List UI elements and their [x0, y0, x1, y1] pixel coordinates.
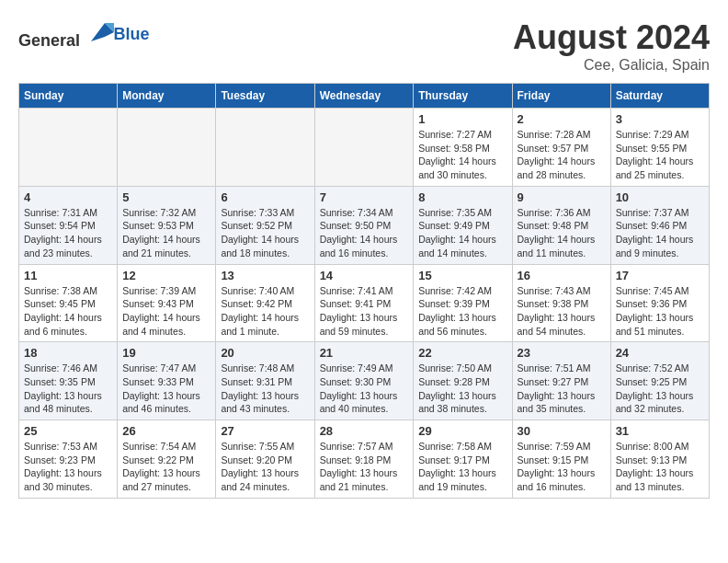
calendar-cell: 5Sunrise: 7:32 AM Sunset: 9:53 PM Daylig… [118, 186, 216, 264]
day-info: Sunrise: 7:37 AM Sunset: 9:46 PM Dayligh… [616, 206, 704, 260]
day-info: Sunrise: 7:39 AM Sunset: 9:43 PM Dayligh… [122, 284, 210, 339]
day-info: Sunrise: 7:32 AM Sunset: 9:53 PM Dayligh… [122, 206, 210, 260]
day-info: Sunrise: 7:36 AM Sunset: 9:48 PM Dayligh… [518, 206, 606, 260]
day-header-sunday: Sunday [19, 84, 118, 109]
calendar-cell: 13Sunrise: 7:40 AM Sunset: 9:42 PM Dayli… [216, 264, 314, 342]
calendar-cell: 23Sunrise: 7:51 AM Sunset: 9:27 PM Dayli… [512, 342, 610, 420]
day-number: 25 [24, 424, 112, 438]
calendar-cell: 31Sunrise: 8:00 AM Sunset: 9:13 PM Dayli… [610, 420, 709, 499]
calendar-cell: 3Sunrise: 7:29 AM Sunset: 9:55 PM Daylig… [610, 109, 709, 187]
calendar-cell: 11Sunrise: 7:38 AM Sunset: 9:45 PM Dayli… [19, 264, 118, 342]
day-number: 16 [518, 269, 606, 282]
day-info: Sunrise: 7:38 AM Sunset: 9:45 PM Dayligh… [24, 284, 112, 339]
day-number: 8 [418, 190, 506, 204]
day-info: Sunrise: 7:27 AM Sunset: 9:58 PM Dayligh… [418, 128, 506, 182]
calendar-cell: 7Sunrise: 7:34 AM Sunset: 9:50 PM Daylig… [314, 186, 414, 264]
day-info: Sunrise: 7:34 AM Sunset: 9:50 PM Dayligh… [320, 206, 409, 260]
calendar-cell: 14Sunrise: 7:41 AM Sunset: 9:41 PM Dayli… [314, 264, 414, 342]
calendar-cell [19, 109, 118, 187]
calendar-cell: 8Sunrise: 7:35 AM Sunset: 9:49 PM Daylig… [414, 186, 512, 264]
day-number: 19 [122, 346, 210, 360]
logo-icon [86, 18, 114, 46]
day-number: 15 [418, 269, 506, 282]
calendar-cell: 6Sunrise: 7:33 AM Sunset: 9:52 PM Daylig… [216, 186, 314, 264]
day-number: 3 [616, 112, 704, 126]
logo-general-text: General [18, 31, 80, 50]
calendar-cell: 10Sunrise: 7:37 AM Sunset: 9:46 PM Dayli… [610, 186, 709, 264]
day-info: Sunrise: 7:40 AM Sunset: 9:42 PM Dayligh… [221, 284, 309, 339]
day-number: 1 [418, 112, 506, 126]
day-info: Sunrise: 7:33 AM Sunset: 9:52 PM Dayligh… [221, 206, 309, 260]
day-info: Sunrise: 7:53 AM Sunset: 9:23 PM Dayligh… [24, 440, 112, 494]
day-number: 7 [320, 190, 409, 204]
day-info: Sunrise: 7:54 AM Sunset: 9:22 PM Dayligh… [122, 440, 210, 494]
calendar-cell: 27Sunrise: 7:55 AM Sunset: 9:20 PM Dayli… [216, 420, 314, 499]
day-number: 30 [518, 424, 606, 438]
calendar-cell: 22Sunrise: 7:50 AM Sunset: 9:28 PM Dayli… [414, 342, 512, 420]
calendar-cell: 17Sunrise: 7:45 AM Sunset: 9:36 PM Dayli… [610, 264, 709, 342]
day-number: 22 [418, 346, 506, 360]
logo-blue-text: Blue [114, 25, 150, 43]
day-number: 14 [320, 269, 409, 282]
day-number: 13 [221, 269, 309, 282]
day-number: 10 [616, 190, 704, 204]
day-info: Sunrise: 7:28 AM Sunset: 9:57 PM Dayligh… [518, 128, 606, 182]
calendar-cell: 4Sunrise: 7:31 AM Sunset: 9:54 PM Daylig… [19, 186, 118, 264]
title-block: August 2024 Cee, Galicia, Spain [513, 18, 710, 74]
day-info: Sunrise: 7:49 AM Sunset: 9:30 PM Dayligh… [320, 362, 409, 416]
logo: General Blue [18, 18, 150, 51]
calendar-cell [118, 109, 216, 187]
calendar-cell: 19Sunrise: 7:47 AM Sunset: 9:33 PM Dayli… [118, 342, 216, 420]
calendar-header-row: SundayMondayTuesdayWednesdayThursdayFrid… [19, 84, 710, 109]
day-info: Sunrise: 7:57 AM Sunset: 9:18 PM Dayligh… [320, 440, 409, 494]
day-info: Sunrise: 7:59 AM Sunset: 9:15 PM Dayligh… [518, 440, 606, 494]
calendar-cell: 9Sunrise: 7:36 AM Sunset: 9:48 PM Daylig… [512, 186, 610, 264]
calendar-cell: 18Sunrise: 7:46 AM Sunset: 9:35 PM Dayli… [19, 342, 118, 420]
calendar-cell: 26Sunrise: 7:54 AM Sunset: 9:22 PM Dayli… [118, 420, 216, 499]
calendar-week-row: 1Sunrise: 7:27 AM Sunset: 9:58 PM Daylig… [19, 109, 710, 187]
day-number: 2 [518, 112, 606, 126]
day-header-thursday: Thursday [414, 84, 512, 109]
calendar-cell [216, 109, 314, 187]
calendar-table: SundayMondayTuesdayWednesdayThursdayFrid… [18, 83, 710, 499]
day-info: Sunrise: 7:41 AM Sunset: 9:41 PM Dayligh… [320, 284, 409, 339]
page-header: General Blue August 2024 Cee, Galicia, S… [18, 18, 710, 74]
calendar-week-row: 11Sunrise: 7:38 AM Sunset: 9:45 PM Dayli… [19, 264, 710, 342]
day-header-friday: Friday [512, 84, 610, 109]
month-year-title: August 2024 [513, 18, 710, 57]
day-info: Sunrise: 7:58 AM Sunset: 9:17 PM Dayligh… [418, 440, 506, 494]
calendar-cell: 25Sunrise: 7:53 AM Sunset: 9:23 PM Dayli… [19, 420, 118, 499]
day-info: Sunrise: 7:35 AM Sunset: 9:49 PM Dayligh… [418, 206, 506, 260]
day-number: 27 [221, 424, 309, 438]
calendar-cell: 20Sunrise: 7:48 AM Sunset: 9:31 PM Dayli… [216, 342, 314, 420]
calendar-cell: 2Sunrise: 7:28 AM Sunset: 9:57 PM Daylig… [512, 109, 610, 187]
day-info: Sunrise: 7:43 AM Sunset: 9:38 PM Dayligh… [518, 284, 606, 339]
day-number: 31 [616, 424, 704, 438]
calendar-cell: 21Sunrise: 7:49 AM Sunset: 9:30 PM Dayli… [314, 342, 414, 420]
day-header-monday: Monday [118, 84, 216, 109]
calendar-cell [314, 109, 414, 187]
day-info: Sunrise: 7:55 AM Sunset: 9:20 PM Dayligh… [221, 440, 309, 494]
day-number: 12 [122, 269, 210, 282]
calendar-cell: 24Sunrise: 7:52 AM Sunset: 9:25 PM Dayli… [610, 342, 709, 420]
day-info: Sunrise: 7:29 AM Sunset: 9:55 PM Dayligh… [616, 128, 704, 182]
day-number: 23 [518, 346, 606, 360]
day-info: Sunrise: 7:51 AM Sunset: 9:27 PM Dayligh… [518, 362, 606, 416]
day-number: 6 [221, 190, 309, 204]
calendar-cell: 29Sunrise: 7:58 AM Sunset: 9:17 PM Dayli… [414, 420, 512, 499]
day-info: Sunrise: 7:45 AM Sunset: 9:36 PM Dayligh… [616, 284, 704, 339]
day-number: 17 [616, 269, 704, 282]
day-number: 28 [320, 424, 409, 438]
location-text: Cee, Galicia, Spain [513, 57, 710, 74]
day-number: 4 [24, 190, 112, 204]
day-number: 26 [122, 424, 210, 438]
day-number: 29 [418, 424, 506, 438]
day-number: 21 [320, 346, 409, 360]
calendar-week-row: 25Sunrise: 7:53 AM Sunset: 9:23 PM Dayli… [19, 420, 710, 499]
calendar-cell: 30Sunrise: 7:59 AM Sunset: 9:15 PM Dayli… [512, 420, 610, 499]
day-number: 18 [24, 346, 112, 360]
day-header-saturday: Saturday [610, 84, 709, 109]
day-number: 11 [24, 269, 112, 282]
calendar-week-row: 4Sunrise: 7:31 AM Sunset: 9:54 PM Daylig… [19, 186, 710, 264]
day-info: Sunrise: 7:31 AM Sunset: 9:54 PM Dayligh… [24, 206, 112, 260]
